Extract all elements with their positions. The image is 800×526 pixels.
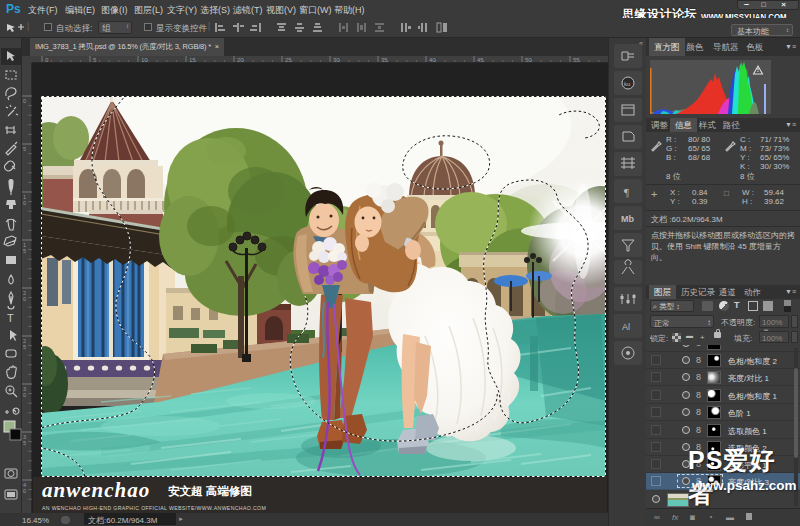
svg-text:¶: ¶ bbox=[624, 186, 629, 198]
svg-text:0: 0 bbox=[23, 296, 26, 302]
svg-text:Mb: Mb bbox=[621, 214, 634, 224]
svg-text:5: 5 bbox=[23, 146, 26, 152]
svg-text:Al: Al bbox=[622, 322, 630, 332]
svg-text:0: 0 bbox=[23, 200, 26, 206]
svg-text:5: 5 bbox=[23, 440, 26, 446]
svg-text:T: T bbox=[7, 312, 14, 324]
svg-text:5: 5 bbox=[23, 344, 26, 350]
svg-text:5: 5 bbox=[23, 248, 26, 254]
svg-text:0: 0 bbox=[23, 392, 26, 398]
svg-text:ku: ku bbox=[624, 81, 630, 87]
svg-text:0: 0 bbox=[23, 98, 26, 104]
svg-text:0: 0 bbox=[23, 488, 26, 494]
